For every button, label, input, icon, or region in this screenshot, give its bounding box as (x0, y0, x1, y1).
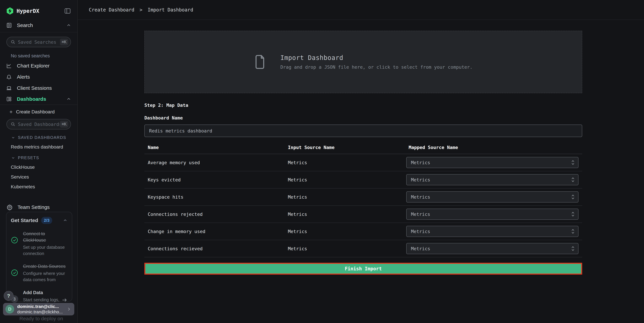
row-name: Average memory used (144, 160, 284, 165)
column-header-name: Name (144, 142, 284, 154)
topbar: Create Dashboard > Import Dashboard (78, 0, 644, 20)
mapped-source-select[interactable]: Metrics (406, 157, 578, 168)
preset-services[interactable]: Services (0, 170, 77, 180)
step-2-heading: Step 2: Map Data (144, 103, 582, 108)
table-body: Average memory used Metrics Metrics (144, 154, 582, 257)
table-row: Average memory used Metrics Metrics (144, 154, 582, 171)
saved-dashboards-input[interactable] (18, 122, 60, 127)
chevron-up-icon (66, 23, 71, 28)
check-circle-icon (11, 269, 18, 277)
preset-clickhouse[interactable]: ClickHouse (0, 160, 77, 170)
presets-group-toggle[interactable]: PRESETS (0, 150, 77, 160)
row-name: Connections recieved (144, 246, 284, 251)
select-updown-icon (571, 229, 575, 234)
saved-searches-searchbar[interactable]: ⌘K (6, 37, 71, 47)
saved-searches-input[interactable] (18, 39, 60, 45)
column-header-input-source: Input Source Name (284, 142, 405, 154)
step-title: Add Data (23, 290, 62, 296)
logo-row: HyperDX (0, 0, 77, 19)
arrow-right-icon (62, 297, 68, 303)
get-started-card: Get Started 2/3 Connect to ClickHouse (6, 212, 72, 302)
chevron-up-icon (66, 96, 71, 102)
sidebar-section-search[interactable]: Search (0, 19, 77, 32)
sidebar-collapse-icon[interactable] (64, 7, 71, 15)
get-started-step-connect-clickhouse[interactable]: Connect to ClickHouse Set up your databa… (11, 231, 68, 257)
import-dropzone[interactable]: Import Dashboard Drag and drop a JSON fi… (144, 31, 582, 93)
sidebar: HyperDX Search ⌘ (0, 0, 78, 323)
user-menu[interactable]: D dominic.tran@clic... dominic.tran@clic… (3, 303, 74, 316)
help-button[interactable]: ? (4, 291, 14, 301)
row-input-source: Metrics (284, 177, 405, 182)
finish-import-button[interactable]: Finish Import (144, 263, 582, 275)
mapped-source-select[interactable]: Metrics (406, 174, 578, 185)
laptop-icon (6, 85, 12, 91)
sidebar-item-alerts[interactable]: Alerts (0, 71, 77, 82)
sidebar-item-chart-explorer[interactable]: Chart Explorer (0, 60, 77, 71)
sidebar-item-label: Client Sessions (17, 85, 71, 91)
app-root: HyperDX Search ⌘ (0, 0, 644, 323)
column-header-mapped-source: Mapped Source Name (405, 142, 582, 154)
file-icon (254, 54, 266, 69)
select-updown-icon (571, 160, 575, 165)
bell-icon (6, 74, 12, 80)
step-subtitle: Set up your database connection (23, 244, 68, 257)
saved-searches-shortcut: ⌘K (60, 39, 68, 45)
sidebar-item-dashboards[interactable]: Dashboards (0, 94, 77, 105)
saved-dashboards-shortcut: ⌘K (60, 121, 68, 128)
saved-dashboards-searchbar[interactable]: ⌘K (6, 119, 71, 129)
mapped-source-select[interactable]: Metrics (406, 243, 578, 254)
sidebar-dashboard-redis-metrics[interactable]: Redis metrics dashboard (0, 140, 77, 150)
create-dashboard-label: Create Dashboard (16, 109, 55, 115)
presets-group-label: PRESETS (18, 155, 39, 160)
chevron-down-icon (11, 156, 15, 160)
breadcrumb: Create Dashboard > Import Dashboard (89, 7, 193, 13)
user-name: dominic.tran@clic... (17, 304, 66, 309)
mapped-source-select[interactable]: Metrics (406, 209, 578, 220)
search-section-icon (6, 22, 12, 28)
clickhouse-cloud-promo-text: Ready to deploy on ClickHouse Cloud? (20, 315, 63, 323)
dashboard-name-label: Dashboard Name (144, 115, 582, 120)
row-name: Connections rejected (144, 212, 284, 217)
chevron-right-icon (66, 307, 71, 312)
breadcrumb-create-dashboard[interactable]: Create Dashboard (89, 7, 134, 13)
chevron-up-icon[interactable] (63, 218, 68, 223)
plus-icon: + (10, 109, 13, 115)
create-dashboard-button[interactable]: + Create Dashboard (0, 105, 77, 115)
mapped-source-select[interactable]: Metrics (406, 226, 578, 237)
preset-kubernetes[interactable]: Kubernetes (0, 180, 77, 190)
row-name: Keyspace hits (144, 194, 284, 200)
step-title: Connect to ClickHouse (23, 231, 68, 244)
row-input-source: Metrics (284, 212, 405, 217)
table-row: Connections rejected Metrics Metrics (144, 206, 582, 223)
gear-icon (6, 204, 13, 210)
table-row: Change in memory used Metrics Metrics (144, 223, 582, 240)
sidebar-item-label: Dashboards (17, 96, 66, 102)
get-started-progress-badge: 2/3 (41, 217, 52, 224)
dashboard-name-input[interactable] (144, 125, 582, 137)
hyperdx-logo-icon (6, 7, 14, 15)
table-row: Keyspace hits Metrics Metrics (144, 189, 582, 206)
mapping-table: Name Input Source Name Mapped Source Nam… (144, 142, 582, 257)
search-section-label: Search (17, 22, 66, 28)
select-updown-icon (571, 211, 575, 217)
select-updown-icon (571, 246, 575, 252)
select-updown-icon (571, 177, 575, 183)
step-title: Create Data Sources (23, 263, 68, 270)
sidebar-item-team-settings[interactable]: Team Settings (0, 190, 77, 210)
saved-dashboards-group-toggle[interactable]: SAVED DASHBOARDS (0, 129, 77, 140)
get-started-step-create-data-sources[interactable]: Create Data Sources Configure where your… (11, 263, 68, 283)
dropzone-subtitle: Drag and drop a JSON file here, or click… (280, 64, 472, 70)
dropzone-title: Import Dashboard (280, 54, 472, 61)
select-updown-icon (571, 194, 575, 200)
search-icon (10, 39, 16, 44)
sidebar-item-label: Chart Explorer (17, 63, 71, 69)
chevron-down-icon (11, 135, 15, 140)
user-email: dominic.tran@clickho... (17, 309, 66, 315)
row-input-source: Metrics (284, 194, 405, 200)
get-started-title: Get Started (11, 218, 38, 223)
mapped-source-select[interactable]: Metrics (406, 191, 578, 203)
sidebar-item-client-sessions[interactable]: Client Sessions (0, 82, 77, 94)
table-row: Keys evicted Metrics Metrics (144, 171, 582, 189)
sidebar-item-label: Alerts (17, 74, 71, 80)
breadcrumb-import-dashboard: Import Dashboard (148, 7, 193, 13)
